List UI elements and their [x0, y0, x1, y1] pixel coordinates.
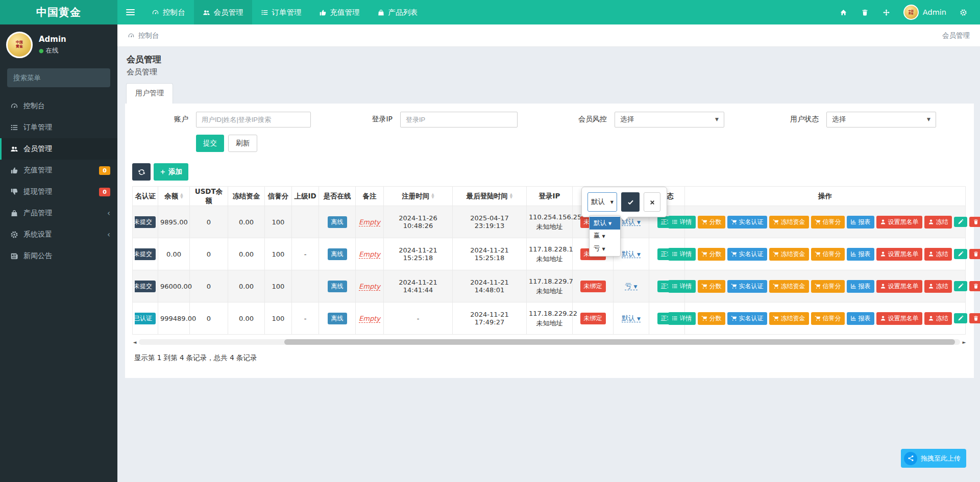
- add-button[interactable]: 添加: [154, 163, 188, 181]
- nav-item-1[interactable]: 控制台: [143, 0, 194, 24]
- action-1-button[interactable]: 详情: [668, 216, 696, 229]
- action-8-button[interactable]: 冻结: [924, 280, 952, 293]
- action-7-button[interactable]: 设置黑名单: [876, 248, 922, 261]
- action-4-button[interactable]: 冻结资金: [769, 216, 809, 229]
- action-7-button[interactable]: 设置黑名单: [876, 312, 922, 325]
- pencil-button[interactable]: [954, 281, 967, 291]
- settings-gear-icon[interactable]: [953, 0, 973, 24]
- action-5-button[interactable]: 信誉分: [811, 248, 845, 261]
- pencil-button[interactable]: [954, 217, 967, 227]
- risk-option-3[interactable]: 亏 ▼: [590, 242, 620, 255]
- editor-confirm-button[interactable]: [621, 192, 640, 212]
- remark-editable-link[interactable]: Empty: [359, 218, 380, 226]
- action-1-button[interactable]: 详情: [668, 280, 696, 293]
- sort-icon[interactable]: ▲▼: [180, 193, 183, 199]
- trash-button[interactable]: [969, 217, 980, 227]
- brand-logo[interactable]: 中国黄金: [0, 0, 117, 24]
- editor-cancel-button[interactable]: [644, 192, 660, 212]
- action-2-button[interactable]: 分数: [698, 312, 725, 325]
- user-menu[interactable]: 中国黄金 Admin: [898, 5, 951, 20]
- pencil-button[interactable]: [954, 249, 967, 259]
- action-3-button[interactable]: 实名认证: [727, 312, 767, 325]
- search-icon[interactable]: [104, 74, 104, 82]
- sidebar-item-6[interactable]: 产品管理‹: [0, 202, 117, 224]
- action-8-button[interactable]: 冻结: [924, 216, 952, 229]
- drag-upload-widget[interactable]: 拖拽至此上传: [901, 449, 966, 468]
- pencil-button[interactable]: [954, 313, 967, 323]
- sidebar-item-4[interactable]: 充值管理0: [0, 160, 117, 181]
- action-2-button[interactable]: 分数: [698, 248, 725, 261]
- table-refresh-button[interactable]: [132, 163, 151, 181]
- action-7-button[interactable]: 设置黑名单: [876, 216, 922, 229]
- action-5-button[interactable]: 信誉分: [811, 280, 845, 293]
- action-4-button[interactable]: 冻结资金: [769, 312, 809, 325]
- risk-editable-link[interactable]: 默认 ▼: [622, 314, 641, 322]
- login-ip-input[interactable]: [400, 112, 518, 128]
- sidebar-item-2[interactable]: 订单管理: [0, 117, 117, 138]
- sidebar-search-input[interactable]: [13, 74, 104, 82]
- column-header-9[interactable]: 注册时间▲▼: [384, 187, 453, 206]
- remark-editable-link[interactable]: Empty: [359, 283, 380, 291]
- action-5-button[interactable]: 信誉分: [811, 312, 845, 325]
- member-risk-select[interactable]: 选择▼: [615, 112, 724, 128]
- home-icon[interactable]: [834, 0, 853, 24]
- column-header-10[interactable]: 最后登陆时间▲▼: [453, 187, 527, 206]
- action-8-button[interactable]: 冻结: [924, 248, 952, 261]
- action-2-button[interactable]: 分数: [698, 280, 725, 293]
- sidebar-item-5[interactable]: 提现管理0: [0, 181, 117, 202]
- action-4-button[interactable]: 冻结资金: [769, 248, 809, 261]
- action-6-button[interactable]: 报表: [847, 248, 874, 261]
- column-header-2[interactable]: 余额▲▼: [158, 187, 190, 206]
- action-3-button[interactable]: 实名认证: [727, 248, 767, 261]
- scroll-right-icon[interactable]: ►: [962, 340, 967, 345]
- risk-editable-link[interactable]: 默认 ▼: [622, 250, 641, 258]
- action-6-button[interactable]: 报表: [847, 312, 874, 325]
- submit-button[interactable]: 提交: [196, 135, 224, 152]
- sidebar-item-8[interactable]: 新闻公告: [0, 245, 117, 267]
- action-2-button[interactable]: 分数: [698, 216, 725, 229]
- nav-item-5[interactable]: 产品列表: [369, 0, 427, 24]
- action-5-button[interactable]: 信誉分: [811, 216, 845, 229]
- trash-button[interactable]: [969, 313, 980, 323]
- action-4-button[interactable]: 冻结资金: [769, 280, 809, 293]
- sort-icon[interactable]: ▲▼: [431, 193, 434, 199]
- cart-icon: [731, 283, 737, 289]
- sidebar-item-1[interactable]: 控制台: [0, 95, 117, 117]
- sidebar-toggle-button[interactable]: [117, 0, 143, 24]
- risk-option-1[interactable]: 默认 ▼: [590, 217, 620, 230]
- action-6-button[interactable]: 报表: [847, 216, 874, 229]
- table-row-1: 未提交9895.0000.00100离线Empty2024-11-26 10:4…: [133, 206, 966, 238]
- scrollbar-track[interactable]: [139, 339, 960, 345]
- trash-button[interactable]: [969, 249, 980, 259]
- nav-item-2[interactable]: 会员管理: [194, 0, 252, 24]
- nav-item-4[interactable]: 充值管理: [310, 0, 369, 24]
- news-icon: [10, 252, 18, 260]
- nav-item-3[interactable]: 订单管理: [252, 0, 310, 24]
- remark-editable-link[interactable]: Empty: [359, 315, 380, 323]
- action-3-button[interactable]: 实名认证: [727, 280, 767, 293]
- trash-icon[interactable]: [855, 0, 875, 24]
- action-7-button[interactable]: 设置黑名单: [876, 280, 922, 293]
- fullscreen-icon[interactable]: [877, 0, 896, 24]
- tab-user-management[interactable]: 用户管理: [126, 83, 173, 104]
- risk-editable-link[interactable]: 亏 ▼: [625, 282, 637, 290]
- trash-button[interactable]: [969, 281, 980, 291]
- sidebar-item-3[interactable]: 会员管理: [0, 138, 117, 160]
- breadcrumb-dashboard-link[interactable]: 控制台: [128, 31, 159, 40]
- sidebar-item-7[interactable]: 系统设置‹: [0, 224, 117, 245]
- account-search-input[interactable]: [196, 112, 311, 128]
- sort-icon[interactable]: ▲▼: [510, 193, 512, 199]
- action-8-button[interactable]: 冻结: [924, 312, 952, 325]
- scroll-left-icon[interactable]: ◄: [132, 340, 137, 345]
- risk-option-2[interactable]: 赢 ▼: [590, 230, 620, 242]
- user-status-select[interactable]: 选择▼: [826, 112, 936, 128]
- action-1-button[interactable]: 详情: [668, 248, 696, 261]
- risk-editor-select[interactable]: 默认▼: [587, 192, 617, 212]
- action-1-button[interactable]: 详情: [668, 312, 696, 325]
- action-3-button[interactable]: 实名认证: [727, 216, 767, 229]
- action-6-button[interactable]: 报表: [847, 280, 874, 293]
- refresh-button[interactable]: 刷新: [228, 135, 257, 152]
- remark-editable-link[interactable]: Empty: [359, 250, 380, 259]
- scrollbar-thumb[interactable]: [284, 339, 955, 345]
- action-label: 实名认证: [739, 282, 764, 291]
